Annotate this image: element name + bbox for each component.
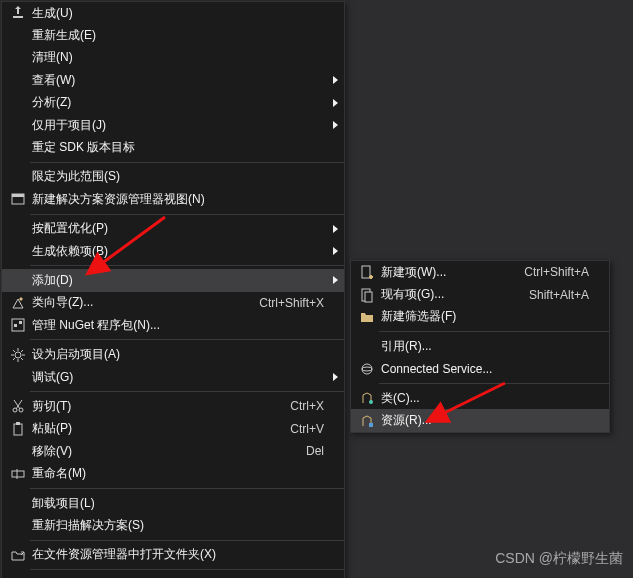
menu-item-label: 新建解决方案资源管理器视图(N) <box>30 191 338 208</box>
menu-item-shortcut: Del <box>306 444 338 458</box>
menu-item-label: 设为启动项目(A) <box>30 346 338 363</box>
svg-rect-19 <box>369 423 373 427</box>
menu-item-label: 生成(U) <box>30 5 338 22</box>
menu_main-item[interactable]: 卸载项目(L) <box>2 492 344 514</box>
menu-item-shortcut: Ctrl+V <box>290 422 338 436</box>
menu_main-item[interactable]: 清理(N) <box>2 47 344 69</box>
menu-item-label: 新建筛选器(F) <box>379 308 603 325</box>
menu_main-item[interactable]: 查看(W) <box>2 69 344 91</box>
svg-point-16 <box>362 364 372 374</box>
menu-item-label: 在文件资源管理器中打开文件夹(X) <box>30 546 338 563</box>
menu_sub-item[interactable]: 新建筛选器(F) <box>351 306 609 328</box>
menu_main-item[interactable]: 属性(R)Alt+Enter <box>2 573 344 578</box>
menu-item-label: 移除(V) <box>30 443 306 460</box>
menu_main-item[interactable]: 类向导(Z)...Ctrl+Shift+X <box>2 292 344 314</box>
menu_main-item[interactable]: 添加(D) <box>2 269 344 291</box>
nuget-icon <box>6 317 30 333</box>
svg-rect-10 <box>16 422 20 425</box>
menu-item-label: 分析(Z) <box>30 94 338 111</box>
menu-item-label: 限定为此范围(S) <box>30 168 338 185</box>
context-menu-main: 生成(U)重新生成(E)清理(N)查看(W)分析(Z)仅用于项目(J)重定 SD… <box>1 1 345 578</box>
menu_main-item[interactable]: 调试(G) <box>2 366 344 388</box>
menu_main-item[interactable]: 设为启动项目(A) <box>2 343 344 365</box>
resource-icon <box>355 413 379 429</box>
menu-item-label: 剪切(T) <box>30 398 290 415</box>
menu_sub-item[interactable]: 类(C)... <box>351 387 609 409</box>
svg-rect-4 <box>14 324 17 327</box>
class-icon <box>355 390 379 406</box>
svg-rect-2 <box>12 194 24 197</box>
watermark: CSDN @柠檬野生菌 <box>495 550 623 568</box>
menu-separator <box>30 162 344 163</box>
menu-item-shortcut: Ctrl+Shift+X <box>259 296 338 310</box>
submenu-arrow-icon <box>333 76 338 84</box>
menu-separator <box>30 214 344 215</box>
menu-item-label: 调试(G) <box>30 369 338 386</box>
menu_main-item[interactable]: 粘贴(P)Ctrl+V <box>2 418 344 440</box>
menu-item-label: 重新生成(E) <box>30 27 338 44</box>
menu-item-label: 管理 NuGet 程序包(N)... <box>30 317 338 334</box>
svg-rect-3 <box>12 319 24 331</box>
menu_main-item[interactable]: 生成(U) <box>2 2 344 24</box>
menu_main-item[interactable]: 在文件资源管理器中打开文件夹(X) <box>2 544 344 566</box>
svg-rect-11 <box>12 471 24 477</box>
menu-item-label: 现有项(G)... <box>379 286 529 303</box>
menu_main-item[interactable]: 按配置优化(P) <box>2 218 344 240</box>
menu_main-item[interactable]: 剪切(T)Ctrl+X <box>2 395 344 417</box>
menu-item-label: 引用(R)... <box>379 338 603 355</box>
menu-item-label: 类向导(Z)... <box>30 294 259 311</box>
menu-separator <box>30 339 344 340</box>
menu-item-label: 查看(W) <box>30 72 338 89</box>
svg-rect-13 <box>362 266 370 278</box>
menu_main-item[interactable]: 分析(Z) <box>2 92 344 114</box>
menu_main-item[interactable]: 限定为此范围(S) <box>2 166 344 188</box>
menu-item-label: 资源(R)... <box>379 412 603 429</box>
menu-item-label: 类(C)... <box>379 390 603 407</box>
menu-item-label: 按配置优化(P) <box>30 220 338 237</box>
menu-separator <box>379 383 609 384</box>
menu_main-item[interactable]: 仅用于项目(J) <box>2 114 344 136</box>
menu_main-item[interactable]: 管理 NuGet 程序包(N)... <box>2 314 344 336</box>
submenu-arrow-icon <box>333 121 338 129</box>
menu_sub-item[interactable]: Connected Service... <box>351 358 609 380</box>
menu-item-label: Connected Service... <box>379 362 603 376</box>
menu-item-shortcut: Shift+Alt+A <box>529 288 603 302</box>
menu_main-item[interactable]: 重新扫描解决方案(S) <box>2 514 344 536</box>
menu-separator <box>379 331 609 332</box>
menu-item-label: 重命名(M) <box>30 465 338 482</box>
menu-item-label: 清理(N) <box>30 49 338 66</box>
menu_sub-item[interactable]: 资源(R)... <box>351 409 609 431</box>
menu-separator <box>30 540 344 541</box>
menu-item-label: 粘贴(P) <box>30 420 290 437</box>
menu-separator <box>30 391 344 392</box>
menu-separator <box>30 569 344 570</box>
menu_sub-item[interactable]: 新建项(W)...Ctrl+Shift+A <box>351 261 609 283</box>
existing-item-icon <box>355 287 379 303</box>
menu-separator <box>30 488 344 489</box>
gear-icon <box>6 347 30 363</box>
submenu-arrow-icon <box>333 247 338 255</box>
submenu-arrow-icon <box>333 276 338 284</box>
open-folder-icon <box>6 547 30 563</box>
new-view-icon <box>6 191 30 207</box>
menu_sub-item[interactable]: 现有项(G)...Shift+Alt+A <box>351 283 609 305</box>
menu_main-item[interactable]: 重定 SDK 版本目标 <box>2 136 344 158</box>
menu-item-label: 添加(D) <box>30 272 338 289</box>
menu_main-item[interactable]: 重命名(M) <box>2 462 344 484</box>
menu_sub-item[interactable]: 引用(R)... <box>351 335 609 357</box>
svg-rect-0 <box>13 16 23 18</box>
cut-icon <box>6 398 30 414</box>
svg-point-17 <box>362 367 372 371</box>
menu_main-item[interactable]: 重新生成(E) <box>2 24 344 46</box>
menu_main-item[interactable]: 生成依赖项(B) <box>2 240 344 262</box>
menu_main-item[interactable]: 移除(V)Del <box>2 440 344 462</box>
menu-item-label: 新建项(W)... <box>379 264 524 281</box>
menu-separator <box>30 265 344 266</box>
menu_main-item[interactable]: 新建解决方案资源管理器视图(N) <box>2 188 344 210</box>
menu-item-label: 重定 SDK 版本目标 <box>30 139 338 156</box>
svg-point-18 <box>369 400 373 404</box>
svg-rect-15 <box>365 292 372 302</box>
new-filter-icon <box>355 309 379 325</box>
menu-item-shortcut: Ctrl+X <box>290 399 338 413</box>
rename-icon <box>6 466 30 482</box>
